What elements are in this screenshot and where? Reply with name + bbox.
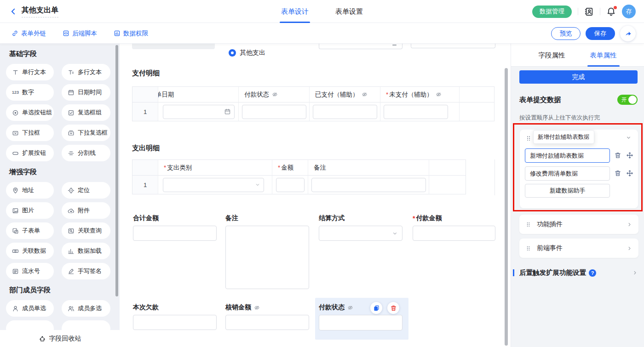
toolbar-link-form-external-link[interactable]: 表单外链	[12, 29, 46, 38]
current-debt-input[interactable]	[133, 315, 217, 330]
field-button-checkbox-group[interactable]: 复选框组	[62, 104, 110, 121]
table-cell-input[interactable]	[311, 178, 426, 192]
contacts-icon[interactable]	[584, 7, 594, 17]
field-button-member-multi[interactable]: 成员多选	[62, 300, 110, 317]
field-button-subform[interactable]: 子表单	[6, 222, 54, 239]
payment-status-input[interactable]	[319, 315, 402, 330]
form-field-writeoff-amount[interactable]: 核销金额	[225, 304, 309, 330]
field-label: *付款金额	[413, 215, 495, 222]
payment-amount-input[interactable]	[413, 226, 495, 241]
submit-toggle[interactable]: 开	[617, 95, 638, 105]
field-button-label: 复选框组	[78, 108, 102, 117]
field-button-label: 数据加载	[78, 247, 102, 255]
preview-button[interactable]: 预览	[551, 27, 581, 40]
drag-handle-icon[interactable]	[525, 135, 532, 142]
help-icon[interactable]: ?	[589, 269, 596, 277]
save-button[interactable]: 保存	[586, 27, 615, 40]
toggle-knob	[628, 96, 637, 104]
field-button-single-line-text[interactable]: 单行文本	[6, 64, 54, 80]
column-header: 已支付（辅助）	[310, 87, 380, 102]
settlement-method-input[interactable]	[319, 226, 402, 241]
move-assistant-button[interactable]	[626, 170, 633, 177]
calendar-icon	[224, 108, 231, 115]
delete-field-button[interactable]	[387, 302, 399, 314]
form-field-remark[interactable]: 备注	[225, 215, 309, 289]
form-field-total-amount[interactable]: 合计金额	[133, 215, 217, 241]
move-assistant-button[interactable]	[626, 152, 633, 159]
toolbar-link-data-permission[interactable]: 数据权限	[114, 29, 148, 38]
field-button-number[interactable]: 123数字	[6, 84, 54, 101]
data-load-icon	[68, 248, 75, 255]
payment-detail-title: 支付明细	[132, 69, 160, 78]
total-amount-input[interactable]	[133, 226, 217, 241]
chevron-right-icon	[632, 270, 638, 276]
assistant-item-input[interactable]: 修改费用清单数据	[525, 166, 610, 181]
bell-icon[interactable]	[606, 7, 616, 17]
form-field-settlement-method[interactable]: 结算方式	[319, 215, 402, 241]
panel-card-frontend-events[interactable]: 前端事件	[519, 239, 638, 258]
panel-card-function-plugins[interactable]: 功能插件	[519, 215, 638, 234]
form-field-payment-amount[interactable]: *付款金额	[413, 215, 495, 241]
sidebar-scrollbar[interactable]	[115, 45, 118, 296]
field-button-label: 定位	[78, 186, 90, 194]
selected-field-payment-status[interactable]: 付款状态	[315, 298, 408, 340]
field-button-address[interactable]: 地址	[6, 182, 54, 199]
table-cell-input[interactable]	[384, 105, 448, 119]
chevron-down-icon[interactable]	[626, 135, 632, 141]
field-button-lookup[interactable]: 关联查询	[62, 222, 110, 239]
radio-selected-icon[interactable]	[229, 49, 236, 57]
clipped-table-edge	[494, 159, 495, 195]
field-button-attachment[interactable]: 附件	[62, 202, 110, 219]
recycle-icon	[39, 335, 46, 342]
lookup-icon	[68, 228, 75, 234]
panel-tab-field-properties[interactable]: 字段属性	[539, 44, 565, 67]
chevron-right-icon	[632, 270, 638, 276]
canvas-scrollbar[interactable]	[505, 68, 508, 346]
new-assistant-button[interactable]: 新建数据助手	[525, 184, 610, 198]
table-cell-input[interactable]	[313, 105, 377, 119]
field-button-multi-line-text[interactable]: 多行文本	[62, 64, 110, 80]
table-cell-input[interactable]	[163, 178, 264, 192]
remark-input[interactable]	[225, 226, 309, 289]
field-button-extend-button[interactable]: 扩展按钮	[6, 145, 54, 161]
field-button-multi-select[interactable]: 下拉复选框	[62, 125, 110, 141]
panel-tab-form-properties[interactable]: 表单属性	[590, 44, 617, 67]
field-button-locate[interactable]: 定位	[62, 182, 110, 199]
field-button-data-load[interactable]: 数据加载	[62, 243, 110, 259]
toolbar-link-backend-script[interactable]: 后端脚本	[63, 29, 97, 38]
table-cell-input[interactable]	[163, 105, 235, 119]
writeoff-amount-input[interactable]	[225, 315, 309, 330]
tab-form-settings[interactable]: 表单设置	[335, 0, 363, 23]
tab-form-design[interactable]: 表单设计	[281, 0, 309, 23]
field-button-signature[interactable]: 手写签名	[62, 263, 110, 279]
copy-field-button[interactable]	[370, 302, 382, 314]
form-field-current-debt[interactable]: 本次欠款	[133, 304, 217, 330]
assistant-item-input[interactable]: 新增付款辅助表数据	[525, 148, 610, 163]
field-button-select[interactable]: 下拉框	[6, 125, 54, 141]
field-button-datetime[interactable]: 日期时间	[62, 84, 110, 101]
data-manage-button[interactable]: 数据管理	[532, 6, 572, 18]
radio-option-other-expense[interactable]: 其他支出	[229, 49, 265, 57]
chevron-down-icon	[626, 135, 632, 141]
table-cell-input[interactable]	[242, 105, 306, 119]
avatar[interactable]: 存	[622, 5, 636, 18]
post-trigger-settings[interactable]: 后置触发扩展功能设置 ?	[513, 268, 643, 277]
field-recycle-bin[interactable]: 字段回收站	[0, 330, 120, 347]
field-button-linked-data[interactable]: 关联数据	[6, 243, 54, 259]
done-button[interactable]: 完成	[519, 70, 638, 84]
field-button-label: 流水号	[22, 267, 40, 275]
share-button[interactable]	[620, 26, 636, 41]
field-button-label: 下拉框	[22, 129, 40, 137]
row-number: 1	[132, 176, 158, 194]
field-button-serial-number[interactable]: 流水号	[6, 263, 54, 279]
delete-assistant-button[interactable]	[614, 152, 621, 159]
expense-detail-title: 支出明细	[132, 144, 160, 153]
delete-assistant-button[interactable]	[614, 170, 621, 177]
field-button-member-single[interactable]: 成员单选	[6, 300, 54, 317]
field-button-image[interactable]: 图片	[6, 202, 54, 219]
image-icon	[12, 207, 19, 214]
select-icon	[12, 130, 19, 137]
field-button-divider[interactable]: 分割线	[62, 145, 110, 161]
table-cell-input[interactable]	[276, 178, 305, 192]
field-button-radio-group[interactable]: 单选按钮组	[6, 104, 54, 121]
